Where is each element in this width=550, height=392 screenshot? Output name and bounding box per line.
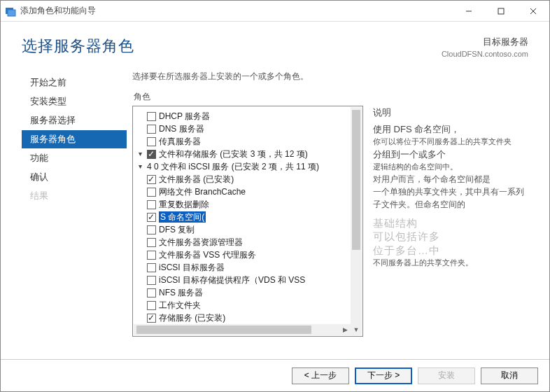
tree-row[interactable]: 重复数据删除	[136, 199, 360, 210]
vscroll-thumb[interactable]	[352, 110, 360, 250]
sidebar-item-confirmation[interactable]: 确认	[22, 168, 127, 186]
checkbox[interactable]	[147, 175, 156, 184]
description-ghost: 基础结构	[373, 216, 535, 230]
tree-row[interactable]: 网络文件 BranchCache	[136, 186, 360, 197]
tree-node-label[interactable]: iSCSI 目标服务器	[159, 262, 225, 273]
description-line: 你可以将位于不同服务器上的共享文件夹	[373, 136, 535, 148]
description-ghost: 位于多台…中	[373, 244, 535, 258]
checkbox[interactable]	[147, 200, 156, 209]
checkbox[interactable]	[147, 301, 156, 310]
title-bar: 添加角色和功能向导	[1, 1, 549, 22]
cancel-button[interactable]: 取消	[481, 368, 538, 384]
tree-node-label[interactable]: NFS 服务器	[159, 287, 203, 298]
tree-row[interactable]: DFS 复制	[136, 224, 360, 235]
maximize-button[interactable]	[485, 1, 517, 22]
description-line: 使用 DFS 命名空间，	[373, 122, 535, 136]
tree-node-label[interactable]: 文件和存储服务 (已安装 3 项，共 12 项)	[159, 148, 308, 160]
checkbox[interactable]	[147, 125, 156, 134]
checkbox[interactable]	[147, 213, 156, 222]
tree-row[interactable]: 存储服务 (已安装)	[136, 312, 360, 323]
tree-row[interactable]: 文件服务器 VSS 代理服务	[136, 249, 360, 260]
checkbox[interactable]	[147, 150, 156, 159]
tree-node-label[interactable]: 工作文件夹	[159, 300, 201, 311]
description-line: 逻辑结构的命名空间中。	[373, 161, 535, 173]
checkbox[interactable]	[147, 112, 156, 121]
tree-row[interactable]: iSCSI 目标存储提供程序（VDS 和 VSS	[136, 274, 360, 286]
svg-rect-1	[8, 10, 15, 16]
wizard-footer: < 上一步 下一步 > 安装 取消	[1, 359, 549, 391]
page-title: 选择服务器角色	[22, 36, 134, 57]
checkbox[interactable]	[147, 225, 156, 234]
tree-node-label[interactable]: 文件服务器 (已安装)	[159, 174, 234, 185]
checkbox[interactable]	[147, 263, 156, 272]
target-server-label: 目标服务器	[442, 36, 528, 48]
tree-node-label[interactable]: DNS 服务器	[159, 123, 204, 134]
install-button: 安装	[418, 368, 475, 384]
sidebar-item-results: 结果	[22, 187, 127, 205]
collapse-icon[interactable]: ▾	[136, 150, 144, 158]
tree-row[interactable]: S 命名空间(	[136, 211, 360, 223]
wizard-header: 选择服务器角色 目标服务器 CloudDFSN.contoso.com	[1, 22, 549, 64]
tree-row[interactable]: 文件服务器资源管理器	[136, 237, 360, 248]
tree-node-label[interactable]: 文件服务器 VSS 代理服务	[159, 249, 256, 260]
tree-node-label[interactable]: DFS 复制	[159, 224, 195, 235]
hscroll-thumb[interactable]	[136, 326, 311, 334]
description-line: 对用户而言，每个命名空间都是	[373, 173, 535, 186]
description-line: 一个单独的共享文件夹，其中具有一系列	[373, 186, 535, 198]
tree-horizontal-scrollbar[interactable]: ◀ ▶	[134, 324, 351, 335]
window-title: 添加角色和功能向导	[20, 5, 96, 17]
roles-heading: 角色	[134, 91, 540, 103]
tree-node-label[interactable]: 存储服务 (已安装)	[159, 312, 225, 323]
scroll-right-icon[interactable]: ▶	[339, 324, 351, 335]
tree-node-label[interactable]: DHCP 服务器	[159, 111, 210, 122]
sidebar-item-install-type[interactable]: 安装类型	[22, 92, 127, 111]
sidebar-item-features[interactable]: 功能	[22, 149, 127, 167]
description-pane: 说明 使用 DFS 命名空间， 你可以将位于不同服务器上的共享文件夹 分组到一个…	[373, 106, 540, 349]
main-panel: 选择要在所选服务器上安装的一个或多个角色。 角色 DHCP 服务器DNS 服务器…	[127, 64, 549, 349]
checkbox[interactable]	[147, 238, 156, 247]
description-line: 不同服务器上的共享文件夹。	[373, 257, 535, 269]
checkbox[interactable]	[147, 188, 156, 197]
sidebar-item-before-you-begin[interactable]: 开始之前	[22, 74, 127, 92]
minimize-button[interactable]	[453, 1, 485, 22]
tree-node-label[interactable]: 传真服务器	[159, 136, 201, 147]
sidebar-item-server-roles[interactable]: 服务器角色	[22, 130, 127, 148]
target-server-name: CloudDFSN.contoso.com	[442, 50, 528, 58]
description-line: 子文件夹。但命名空间的	[373, 198, 535, 211]
roles-tree[interactable]: DHCP 服务器DNS 服务器传真服务器▾文件和存储服务 (已安装 3 项，共 …	[132, 106, 363, 337]
collapse-icon[interactable]: ▾	[136, 162, 144, 171]
tree-row[interactable]: ▾4 0 文件和 iSCSI 服务 (已安装 2 项，共 11 项)	[136, 161, 360, 172]
checkbox[interactable]	[147, 314, 156, 323]
tree-node-label[interactable]: iSCSI 目标存储提供程序（VDS 和 VSS	[159, 274, 305, 286]
tree-row[interactable]: iSCSI 目标服务器	[136, 262, 360, 273]
tree-node-label[interactable]: 文件服务器资源管理器	[159, 237, 243, 248]
instruction-text: 选择要在所选服务器上安装的一个或多个角色。	[132, 71, 540, 83]
tree-row[interactable]: DHCP 服务器	[136, 111, 360, 122]
sidebar-item-server-selection[interactable]: 服务器选择	[22, 111, 127, 130]
checkbox[interactable]	[147, 251, 156, 260]
tree-row[interactable]: 工作文件夹	[136, 300, 360, 311]
tree-node-label[interactable]: 4 0 文件和 iSCSI 服务 (已安装 2 项，共 11 项)	[147, 161, 319, 172]
tree-row[interactable]: 文件服务器 (已安装)	[136, 174, 360, 185]
scroll-down-icon[interactable]: ▼	[351, 324, 362, 335]
tree-row[interactable]: ▾文件和存储服务 (已安装 3 项，共 12 项)	[136, 148, 360, 160]
window-buttons	[453, 1, 549, 22]
tree-row[interactable]: NFS 服务器	[136, 287, 360, 298]
wizard-body: 开始之前 安装类型 服务器选择 服务器角色 功能 确认 结果 选择要在所选服务器…	[1, 64, 549, 349]
tree-node-label[interactable]: 重复数据删除	[159, 199, 209, 210]
previous-button[interactable]: < 上一步	[292, 368, 349, 384]
description-line: 分组到一个或多个	[373, 148, 535, 162]
checkbox[interactable]	[147, 137, 156, 146]
tree-row[interactable]: DNS 服务器	[136, 123, 360, 134]
description-heading: 说明	[373, 106, 535, 120]
tree-row[interactable]: 传真服务器	[136, 136, 360, 147]
tree-node-label[interactable]: S 命名空间(	[159, 211, 206, 223]
close-button[interactable]	[517, 1, 549, 22]
next-button[interactable]: 下一步 >	[355, 368, 412, 384]
checkbox[interactable]	[147, 288, 156, 298]
checkbox[interactable]	[147, 276, 156, 285]
step-sidebar: 开始之前 安装类型 服务器选择 服务器角色 功能 确认 结果	[1, 64, 127, 349]
target-server-box: 目标服务器 CloudDFSN.contoso.com	[442, 36, 528, 58]
tree-vertical-scrollbar[interactable]: ▲ ▼	[351, 107, 362, 335]
tree-node-label[interactable]: 网络文件 BranchCache	[159, 186, 246, 197]
